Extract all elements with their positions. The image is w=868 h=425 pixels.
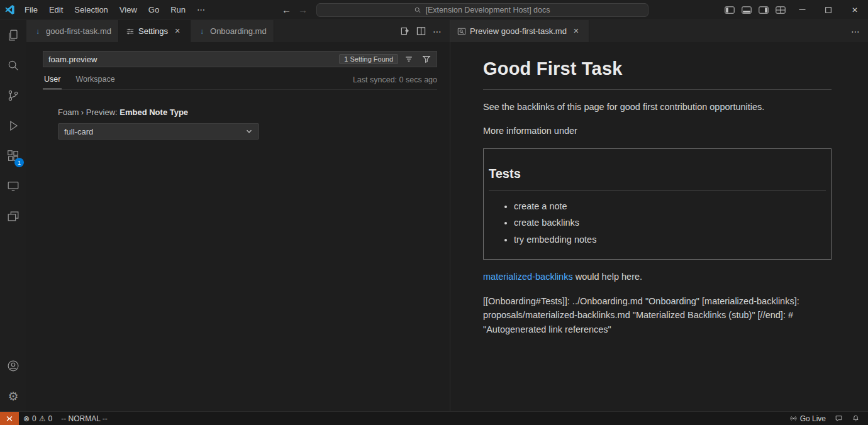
activity-editor-layouts[interactable]: [0, 201, 26, 231]
settings-search-input[interactable]: [48, 55, 335, 64]
broadcast-icon: [789, 414, 798, 422]
scope-tab-workspace[interactable]: Workspace: [74, 75, 116, 89]
run-and-debug-icon: [6, 119, 20, 133]
activity-source-control[interactable]: [0, 80, 26, 111]
tab-label: Settings: [138, 26, 168, 36]
workbench: 1 ⚙ ↓ good-first-task.md: [0, 20, 868, 411]
error-count: 0: [32, 414, 36, 423]
source-control-icon: [6, 89, 20, 102]
left-tab-bar: ↓ good-first-task.md Settings ✕ ↓ Onboar…: [26, 20, 450, 42]
settings-count-badge: 1 Setting Found: [339, 54, 398, 64]
more-actions-icon[interactable]: ⋯: [848, 24, 863, 39]
command-center[interactable]: [Extension Development Host] docs: [316, 3, 648, 17]
files-icon: [6, 28, 20, 42]
settings-editor: 1 Setting Found User Workspace Last: [26, 42, 450, 411]
preview-paragraph-1: See the backlinks of this page for good …: [483, 100, 832, 114]
activity-extensions[interactable]: 1: [0, 141, 26, 171]
tab-good-first-task[interactable]: ↓ good-first-task.md: [26, 20, 119, 42]
remote-explorer-icon: [6, 179, 20, 193]
nav-forward-icon: →: [295, 4, 311, 15]
close-tab-icon[interactable]: ✕: [172, 26, 183, 37]
tab-onboarding[interactable]: ↓ Onboarding.md: [191, 20, 274, 42]
markdown-file-icon: ↓: [198, 27, 206, 36]
close-tab-icon[interactable]: ✕: [570, 26, 582, 37]
setting-name: Embed Note Type: [120, 108, 188, 117]
remote-icon: [5, 414, 14, 423]
clear-filters-icon[interactable]: [402, 52, 416, 66]
list-item: try embedding notes: [514, 233, 826, 246]
nav-back-icon[interactable]: ←: [279, 4, 295, 15]
accounts-button[interactable]: [0, 351, 26, 381]
tab-preview-good-first-task[interactable]: Preview good-first-task.md ✕: [450, 20, 589, 42]
tab-settings[interactable]: Settings ✕: [119, 20, 191, 42]
vim-mode-label: -- NORMAL --: [57, 412, 112, 425]
feedback-button[interactable]: [830, 412, 847, 425]
problems-status[interactable]: ⊗ 0 ⚠ 0: [19, 412, 57, 425]
search-icon: [6, 58, 20, 72]
menu-edit[interactable]: Edit: [43, 3, 69, 17]
menu-run[interactable]: Run: [165, 3, 191, 17]
last-synced-label: Last synced: 0 secs ago: [353, 75, 437, 89]
activity-bar: 1 ⚙: [0, 20, 26, 411]
markdown-preview: Good First Task See the backlinks of thi…: [450, 42, 868, 411]
more-actions-icon[interactable]: ⋯: [430, 24, 445, 39]
command-center-label: [Extension Development Host] docs: [425, 6, 550, 14]
maximize-button[interactable]: [815, 0, 842, 20]
vscode-window: File Edit Selection View Go Run ⋯ ← → [E…: [0, 0, 868, 425]
materialized-backlinks-link[interactable]: materialized-backlinks: [483, 272, 573, 282]
gear-icon: ⚙: [8, 390, 18, 402]
go-live-button[interactable]: Go Live: [785, 412, 830, 425]
menu-view[interactable]: View: [114, 3, 143, 17]
menu-selection[interactable]: Selection: [69, 3, 113, 17]
activity-explorer[interactable]: [0, 20, 26, 50]
filter-icon[interactable]: [420, 52, 433, 66]
editor-area: ↓ good-first-task.md Settings ✕ ↓ Onboar…: [26, 20, 868, 411]
list-item: create backlinks: [514, 216, 826, 229]
menu-go[interactable]: Go: [143, 3, 165, 17]
vscode-logo-icon: [0, 4, 19, 15]
toggle-secondary-sidebar-icon[interactable]: [755, 0, 772, 20]
note-card-title: Tests: [489, 164, 826, 190]
warning-icon: ⚠: [39, 414, 46, 423]
editor-actions: ⋯: [848, 20, 868, 42]
tab-label: Onboarding.md: [210, 26, 267, 36]
extensions-badge: 1: [14, 158, 24, 167]
activity-search[interactable]: [0, 50, 26, 80]
embed-note-type-select[interactable]: full-card: [58, 123, 259, 140]
menu-more-icon[interactable]: ⋯: [191, 5, 211, 14]
status-bar: ⊗ 0 ⚠ 0 -- NORMAL -- Go Live: [0, 411, 868, 425]
note-card-list: create a note create backlinks try embed…: [489, 199, 826, 246]
right-tab-bar: Preview good-first-task.md ✕ ⋯: [450, 20, 868, 42]
split-editor-icon[interactable]: [413, 24, 428, 39]
activity-run-debug[interactable]: [0, 111, 26, 141]
menu-file[interactable]: File: [19, 3, 43, 17]
preview-paragraph-2: More information under: [483, 124, 832, 138]
search-icon: [414, 6, 421, 14]
link-suffix-text: would help here.: [573, 272, 642, 282]
remote-indicator[interactable]: [0, 412, 19, 425]
link-references-text: [[Onboarding#Tests]]: ../Onboarding.md "…: [483, 294, 832, 336]
windows-icon: [6, 209, 20, 223]
open-settings-json-icon[interactable]: [397, 24, 412, 39]
account-icon: [6, 359, 20, 373]
embedded-note-card: Tests create a note create backlinks try…: [483, 148, 832, 260]
customize-layout-icon[interactable]: [772, 0, 789, 20]
editor-actions: ⋯: [397, 20, 450, 42]
scope-tab-user[interactable]: User: [43, 75, 62, 89]
vim-mode-text: -- NORMAL --: [61, 414, 108, 423]
settings-scope-tabs: User Workspace Last synced: 0 secs ago: [43, 70, 437, 90]
notifications-button[interactable]: [847, 412, 864, 425]
close-window-button[interactable]: ✕: [842, 0, 868, 20]
minimize-button[interactable]: [789, 0, 815, 20]
list-item: create a note: [514, 199, 826, 213]
editor-group-left: ↓ good-first-task.md Settings ✕ ↓ Onboar…: [26, 20, 450, 411]
setting-item-embed-note-type: Foam › Preview: Embed Note Type full-car…: [58, 108, 450, 140]
settings-editor-icon: [126, 27, 135, 36]
tab-label: good-first-task.md: [46, 26, 111, 36]
manage-settings-button[interactable]: ⚙: [0, 381, 26, 411]
activity-remote-explorer[interactable]: [0, 171, 26, 201]
toggle-panel-icon[interactable]: [738, 0, 755, 20]
chevron-down-icon: [245, 128, 253, 135]
toggle-primary-sidebar-icon[interactable]: [721, 0, 738, 20]
warning-count: 0: [48, 414, 53, 423]
